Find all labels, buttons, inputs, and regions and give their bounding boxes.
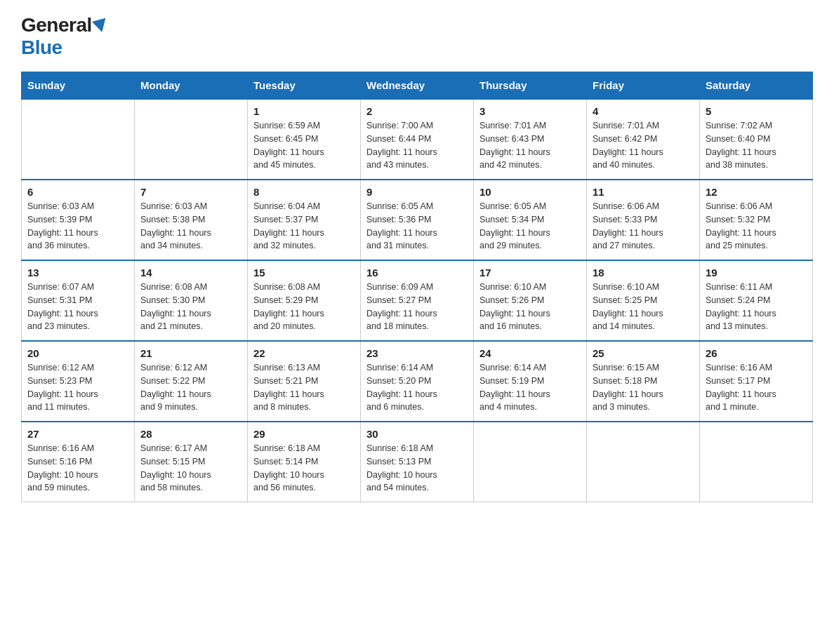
day-number: 9 — [366, 186, 468, 198]
day-number: 25 — [593, 347, 694, 359]
day-number: 26 — [706, 347, 807, 359]
calendar-cell: 14Sunrise: 6:08 AM Sunset: 5:30 PM Dayli… — [135, 260, 248, 341]
weekday-header-monday: Monday — [135, 72, 248, 100]
day-number: 7 — [140, 186, 241, 198]
calendar-cell: 9Sunrise: 6:05 AM Sunset: 5:36 PM Daylig… — [361, 180, 474, 260]
weekday-header-sunday: Sunday — [22, 72, 135, 100]
calendar-cell: 22Sunrise: 6:13 AM Sunset: 5:21 PM Dayli… — [248, 341, 361, 422]
calendar-week-row: 27Sunrise: 6:16 AM Sunset: 5:16 PM Dayli… — [22, 422, 813, 502]
day-info: Sunrise: 7:01 AM Sunset: 6:42 PM Dayligh… — [593, 119, 694, 172]
day-info: Sunrise: 6:10 AM Sunset: 5:26 PM Dayligh… — [479, 281, 581, 333]
calendar-cell: 4Sunrise: 7:01 AM Sunset: 6:42 PM Daylig… — [587, 99, 700, 180]
day-number: 20 — [27, 347, 128, 359]
day-info: Sunrise: 6:05 AM Sunset: 5:34 PM Dayligh… — [479, 200, 581, 253]
calendar-cell: 29Sunrise: 6:18 AM Sunset: 5:14 PM Dayli… — [248, 422, 361, 502]
calendar-cell: 18Sunrise: 6:10 AM Sunset: 5:25 PM Dayli… — [587, 260, 700, 341]
day-number: 30 — [366, 428, 468, 440]
day-number: 29 — [253, 428, 355, 440]
day-info: Sunrise: 6:12 AM Sunset: 5:23 PM Dayligh… — [27, 361, 128, 414]
weekday-header-tuesday: Tuesday — [248, 72, 361, 100]
day-number: 3 — [479, 105, 581, 117]
weekday-header-wednesday: Wednesday — [361, 72, 474, 100]
day-info: Sunrise: 6:03 AM Sunset: 5:39 PM Dayligh… — [27, 200, 128, 253]
day-number: 21 — [140, 347, 241, 359]
day-info: Sunrise: 6:16 AM Sunset: 5:17 PM Dayligh… — [706, 361, 807, 414]
calendar-week-row: 13Sunrise: 6:07 AM Sunset: 5:31 PM Dayli… — [22, 260, 813, 341]
calendar-cell: 12Sunrise: 6:06 AM Sunset: 5:32 PM Dayli… — [700, 180, 813, 260]
day-number: 22 — [253, 347, 355, 359]
day-number: 10 — [479, 186, 581, 198]
calendar-cell — [587, 422, 700, 502]
calendar-cell: 20Sunrise: 6:12 AM Sunset: 5:23 PM Dayli… — [22, 341, 135, 422]
day-info: Sunrise: 7:01 AM Sunset: 6:43 PM Dayligh… — [479, 119, 581, 172]
calendar-cell: 6Sunrise: 6:03 AM Sunset: 5:39 PM Daylig… — [22, 180, 135, 260]
day-info: Sunrise: 6:06 AM Sunset: 5:32 PM Dayligh… — [706, 200, 807, 253]
day-info: Sunrise: 6:04 AM Sunset: 5:37 PM Dayligh… — [253, 200, 355, 253]
day-number: 12 — [706, 186, 807, 198]
day-number: 11 — [593, 186, 694, 198]
day-info: Sunrise: 6:08 AM Sunset: 5:29 PM Dayligh… — [253, 281, 355, 333]
day-info: Sunrise: 6:09 AM Sunset: 5:27 PM Dayligh… — [366, 281, 468, 333]
day-info: Sunrise: 6:14 AM Sunset: 5:19 PM Dayligh… — [479, 361, 581, 414]
calendar-cell: 28Sunrise: 6:17 AM Sunset: 5:15 PM Dayli… — [135, 422, 248, 502]
logo-general-text: General — [21, 14, 92, 36]
day-number: 2 — [366, 105, 468, 117]
calendar-cell — [22, 99, 135, 180]
calendar-cell: 16Sunrise: 6:09 AM Sunset: 5:27 PM Dayli… — [361, 260, 474, 341]
day-info: Sunrise: 6:05 AM Sunset: 5:36 PM Dayligh… — [366, 200, 468, 253]
weekday-header-saturday: Saturday — [700, 72, 813, 100]
day-number: 8 — [253, 186, 355, 198]
calendar-cell: 30Sunrise: 6:18 AM Sunset: 5:13 PM Dayli… — [361, 422, 474, 502]
calendar-cell: 19Sunrise: 6:11 AM Sunset: 5:24 PM Dayli… — [700, 260, 813, 341]
day-info: Sunrise: 7:02 AM Sunset: 6:40 PM Dayligh… — [706, 119, 807, 172]
day-number: 17 — [479, 267, 581, 279]
day-info: Sunrise: 6:18 AM Sunset: 5:13 PM Dayligh… — [366, 442, 468, 495]
calendar-cell: 26Sunrise: 6:16 AM Sunset: 5:17 PM Dayli… — [700, 341, 813, 422]
day-number: 15 — [253, 267, 355, 279]
calendar-cell: 8Sunrise: 6:04 AM Sunset: 5:37 PM Daylig… — [248, 180, 361, 260]
calendar-week-row: 20Sunrise: 6:12 AM Sunset: 5:23 PM Dayli… — [22, 341, 813, 422]
day-number: 24 — [479, 347, 581, 359]
calendar-cell: 2Sunrise: 7:00 AM Sunset: 6:44 PM Daylig… — [361, 99, 474, 180]
weekday-header-friday: Friday — [587, 72, 700, 100]
calendar-cell — [135, 99, 248, 180]
weekday-header-row: SundayMondayTuesdayWednesdayThursdayFrid… — [22, 72, 813, 100]
header: General Blue — [21, 14, 813, 59]
weekday-header-thursday: Thursday — [474, 72, 587, 100]
calendar-cell — [700, 422, 813, 502]
day-number: 16 — [366, 267, 468, 279]
day-info: Sunrise: 6:59 AM Sunset: 6:45 PM Dayligh… — [253, 119, 355, 172]
calendar-cell: 7Sunrise: 6:03 AM Sunset: 5:38 PM Daylig… — [135, 180, 248, 260]
day-number: 6 — [27, 186, 128, 198]
calendar-cell: 10Sunrise: 6:05 AM Sunset: 5:34 PM Dayli… — [474, 180, 587, 260]
day-info: Sunrise: 6:18 AM Sunset: 5:14 PM Dayligh… — [253, 442, 355, 495]
day-number: 13 — [27, 267, 128, 279]
day-info: Sunrise: 7:00 AM Sunset: 6:44 PM Dayligh… — [366, 119, 468, 172]
calendar-cell: 17Sunrise: 6:10 AM Sunset: 5:26 PM Dayli… — [474, 260, 587, 341]
calendar-cell — [474, 422, 587, 502]
calendar-cell: 27Sunrise: 6:16 AM Sunset: 5:16 PM Dayli… — [22, 422, 135, 502]
day-info: Sunrise: 6:07 AM Sunset: 5:31 PM Dayligh… — [27, 281, 128, 333]
day-number: 19 — [706, 267, 807, 279]
day-info: Sunrise: 6:15 AM Sunset: 5:18 PM Dayligh… — [593, 361, 694, 414]
day-info: Sunrise: 6:03 AM Sunset: 5:38 PM Dayligh… — [140, 200, 241, 253]
day-number: 4 — [593, 105, 694, 117]
logo: General Blue — [21, 14, 107, 59]
day-number: 14 — [140, 267, 241, 279]
day-info: Sunrise: 6:16 AM Sunset: 5:16 PM Dayligh… — [27, 442, 128, 495]
calendar-cell: 15Sunrise: 6:08 AM Sunset: 5:29 PM Dayli… — [248, 260, 361, 341]
day-info: Sunrise: 6:06 AM Sunset: 5:33 PM Dayligh… — [593, 200, 694, 253]
calendar-cell: 21Sunrise: 6:12 AM Sunset: 5:22 PM Dayli… — [135, 341, 248, 422]
calendar-cell: 24Sunrise: 6:14 AM Sunset: 5:19 PM Dayli… — [474, 341, 587, 422]
calendar-cell: 13Sunrise: 6:07 AM Sunset: 5:31 PM Dayli… — [22, 260, 135, 341]
calendar-week-row: 1Sunrise: 6:59 AM Sunset: 6:45 PM Daylig… — [22, 99, 813, 180]
calendar-cell: 25Sunrise: 6:15 AM Sunset: 5:18 PM Dayli… — [587, 341, 700, 422]
day-info: Sunrise: 6:14 AM Sunset: 5:20 PM Dayligh… — [366, 361, 468, 414]
logo-blue-text: Blue — [21, 36, 62, 59]
day-number: 28 — [140, 428, 241, 440]
calendar-cell: 5Sunrise: 7:02 AM Sunset: 6:40 PM Daylig… — [700, 99, 813, 180]
calendar-cell: 11Sunrise: 6:06 AM Sunset: 5:33 PM Dayli… — [587, 180, 700, 260]
day-info: Sunrise: 6:08 AM Sunset: 5:30 PM Dayligh… — [140, 281, 241, 333]
calendar-cell: 23Sunrise: 6:14 AM Sunset: 5:20 PM Dayli… — [361, 341, 474, 422]
day-info: Sunrise: 6:13 AM Sunset: 5:21 PM Dayligh… — [253, 361, 355, 414]
